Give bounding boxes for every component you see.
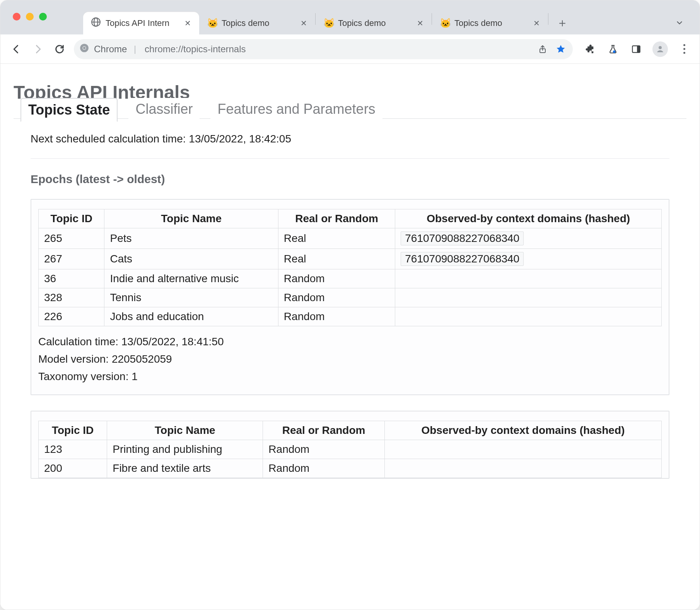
omnibox-separator: |: [131, 44, 140, 54]
th-real-random: Real or Random: [263, 421, 385, 440]
content-area: Next scheduled calculation time: 13/05/2…: [14, 122, 686, 479]
toolbar-right-actions: [583, 41, 691, 57]
cell-topic-name: Tennis: [104, 288, 278, 307]
page-viewport: Topics API Internals Topics State Classi…: [0, 64, 700, 610]
thin-divider: [31, 158, 669, 159]
close-icon[interactable]: ✕: [416, 19, 424, 27]
subtab-features-parameters[interactable]: Features and Parameters: [210, 98, 382, 122]
cell-topic-id: 200: [39, 459, 107, 478]
bookmark-star-icon[interactable]: [556, 44, 566, 54]
cell-kind: Real: [278, 228, 395, 249]
calc-time-label: Calculation time:: [38, 336, 121, 348]
toolbar: Chrome | chrome://topics-internals: [0, 34, 700, 64]
macos-window-controls: [13, 13, 47, 21]
cell-kind: Random: [263, 459, 385, 478]
tab-title: Topics API Intern: [106, 18, 179, 28]
calc-time-value: 13/05/2022, 18:41:50: [121, 336, 224, 348]
table-row: 265 Pets Real 7610709088227068340: [39, 228, 662, 249]
cell-topic-id: 265: [39, 228, 104, 249]
svg-point-5: [83, 46, 86, 49]
cell-topic-id: 328: [39, 288, 104, 307]
omnibox[interactable]: Chrome | chrome://topics-internals: [74, 39, 573, 59]
tab-separator: [548, 13, 548, 25]
epoch-card: Topic ID Topic Name Real or Random Obser…: [31, 411, 669, 479]
cell-topic-name: Jobs and education: [104, 307, 278, 326]
cell-topic-name: Pets: [104, 228, 278, 249]
share-icon[interactable]: [538, 45, 547, 54]
tab-overflow-button[interactable]: [670, 14, 689, 32]
hash-pill: 7610709088227068340: [401, 231, 524, 245]
hash-pill: 7610709088227068340: [401, 252, 524, 266]
cell-hash: 7610709088227068340: [395, 249, 662, 269]
browser-tab[interactable]: 🐱 Topics demo ✕: [432, 12, 548, 34]
cell-hash: 7610709088227068340: [395, 228, 662, 249]
th-real-random: Real or Random: [278, 209, 395, 228]
tab-strip: Topics API Intern ✕ 🐱 Topics demo ✕ 🐱 To…: [0, 0, 700, 34]
next-calculation-label: Next scheduled calculation time:: [31, 133, 189, 145]
kebab-menu-button[interactable]: [677, 42, 691, 56]
th-observed-domains: Observed-by context domains (hashed): [384, 421, 661, 440]
cell-hash: [395, 288, 662, 307]
close-icon[interactable]: ✕: [533, 19, 540, 27]
epochs-heading: Epochs (latest -> oldest): [31, 173, 669, 186]
browser-window: Topics API Intern ✕ 🐱 Topics demo ✕ 🐱 To…: [0, 0, 700, 610]
window-minimize-button[interactable]: [26, 13, 34, 21]
tab-title: Topics demo: [454, 18, 528, 28]
taxonomy-version-value: 1: [131, 370, 138, 382]
subtab-container: Topics State Classifier Features and Par…: [14, 118, 686, 479]
taxonomy-version-label: Taxonomy version:: [38, 370, 131, 382]
th-observed-domains: Observed-by context domains (hashed): [395, 209, 662, 228]
svg-point-7: [613, 50, 616, 53]
globe-icon: [91, 17, 101, 29]
cell-hash: [384, 459, 661, 478]
cat-icon: 🐱: [440, 18, 450, 28]
browser-tab[interactable]: Topics API Intern ✕: [83, 12, 199, 34]
cell-kind: Real: [278, 249, 395, 269]
subtab-classifier[interactable]: Classifier: [128, 98, 200, 122]
bottom-fade: [0, 602, 700, 610]
next-calculation-line: Next scheduled calculation time: 13/05/2…: [31, 133, 669, 145]
table-row: 123 Printing and publishing Random: [39, 440, 662, 459]
cell-topic-id: 123: [39, 440, 107, 459]
th-topic-id: Topic ID: [39, 421, 107, 440]
back-button[interactable]: [9, 42, 24, 57]
browser-tabs: Topics API Intern ✕ 🐱 Topics demo ✕ 🐱 To…: [83, 10, 572, 34]
svg-rect-9: [637, 46, 640, 52]
cell-hash: [395, 269, 662, 288]
table-row: 328 Tennis Random: [39, 288, 662, 307]
table-header-row: Topic ID Topic Name Real or Random Obser…: [39, 209, 662, 228]
table-row: 226 Jobs and education Random: [39, 307, 662, 326]
close-icon[interactable]: ✕: [184, 19, 191, 27]
omnibox-scheme: Chrome: [94, 44, 127, 55]
subtab-topics-state[interactable]: Topics State: [20, 98, 118, 122]
cell-kind: Random: [263, 440, 385, 459]
epoch-meta: Calculation time: 13/05/2022, 18:41:50 M…: [38, 333, 662, 385]
cell-kind: Random: [278, 269, 395, 288]
tab-title: Topics demo: [222, 18, 295, 28]
extensions-button[interactable]: [583, 42, 597, 56]
cell-topic-name: Fibre and textile arts: [107, 459, 263, 478]
close-icon[interactable]: ✕: [300, 19, 307, 27]
window-maximize-button[interactable]: [39, 13, 47, 21]
window-close-button[interactable]: [13, 13, 20, 21]
cell-topic-id: 36: [39, 269, 104, 288]
side-panel-button[interactable]: [629, 42, 643, 56]
cell-topic-id: 267: [39, 249, 104, 269]
topics-table: Topic ID Topic Name Real or Random Obser…: [38, 421, 662, 478]
browser-tab[interactable]: 🐱 Topics demo ✕: [199, 12, 315, 34]
new-tab-button[interactable]: ＋: [553, 14, 572, 32]
labs-flask-icon[interactable]: [606, 42, 620, 56]
table-row: 36 Indie and alternative music Random: [39, 269, 662, 288]
profile-avatar[interactable]: [652, 41, 668, 57]
table-header-row: Topic ID Topic Name Real or Random Obser…: [39, 421, 662, 440]
cell-hash: [395, 307, 662, 326]
th-topic-id: Topic ID: [39, 209, 104, 228]
table-row: 200 Fibre and textile arts Random: [39, 459, 662, 478]
browser-tab[interactable]: 🐱 Topics demo ✕: [316, 12, 432, 34]
cat-icon: 🐱: [207, 18, 217, 28]
cell-topic-name: Printing and publishing: [107, 440, 263, 459]
cell-hash: [384, 440, 661, 459]
topics-table: Topic ID Topic Name Real or Random Obser…: [38, 209, 662, 326]
forward-button[interactable]: [31, 42, 45, 57]
reload-button[interactable]: [52, 42, 67, 57]
